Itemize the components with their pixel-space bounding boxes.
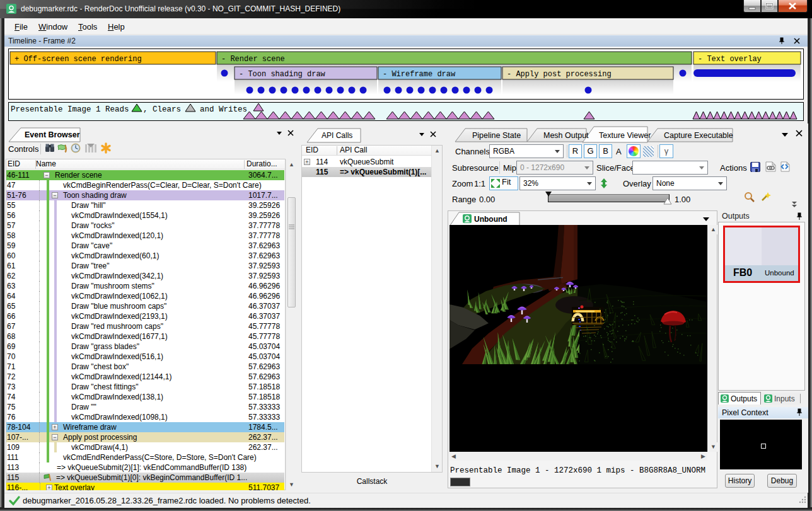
- svg-text:and Writes: and Writes: [200, 105, 247, 114]
- svg-text:- Apply post processing: - Apply post processing: [507, 70, 612, 79]
- svg-text:Unbound: Unbound: [474, 215, 508, 224]
- svg-text:Mesh Output: Mesh Output: [543, 131, 589, 140]
- svg-text:- Render scene: - Render scene: [221, 55, 285, 64]
- svg-text:Texture Viewer: Texture Viewer: [599, 131, 651, 140]
- svg-text:+ Off-screen scene rendering: + Off-screen scene rendering: [14, 55, 142, 64]
- svg-text:- Wireframe draw: - Wireframe draw: [383, 70, 456, 79]
- svg-text:Capture Executable: Capture Executable: [664, 131, 733, 140]
- svg-text:- Toon shading draw: - Toon shading draw: [239, 70, 326, 79]
- svg-text:- Text overlay: - Text overlay: [698, 55, 762, 64]
- svg-text:, Clears: , Clears: [143, 105, 181, 114]
- svg-text:API Calls: API Calls: [322, 131, 352, 140]
- svg-text:Event Browser: Event Browser: [25, 130, 80, 139]
- svg-text:Presentable Image 1 Reads: Presentable Image 1 Reads: [11, 105, 129, 114]
- svg-text:Pipeline State: Pipeline State: [472, 131, 521, 140]
